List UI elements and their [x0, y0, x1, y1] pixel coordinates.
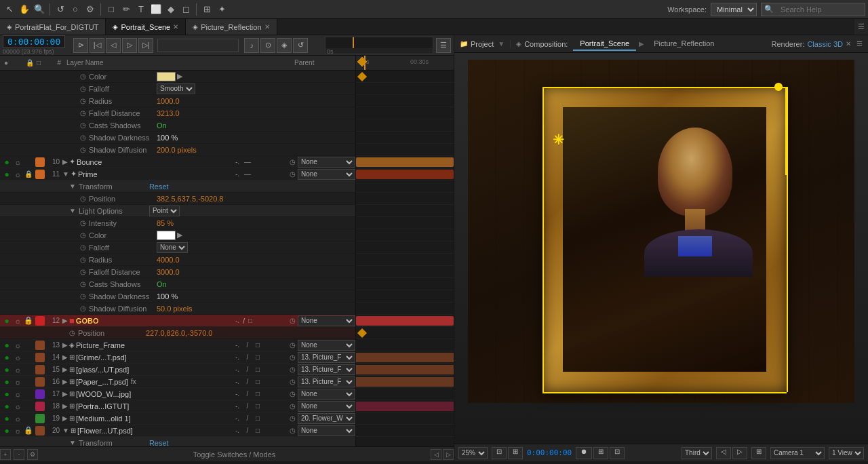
vis-prime[interactable]: ●: [1, 169, 12, 180]
next-frame[interactable]: ▷|: [138, 38, 153, 53]
bottom-timecode[interactable]: 0:00:00:00: [527, 448, 572, 457]
parent-17[interactable]: None: [298, 389, 355, 400]
expand-gobo[interactable]: ▶: [62, 317, 68, 324]
prime-parent[interactable]: None: [298, 169, 355, 180]
expand-bounce[interactable]: ▶: [62, 158, 68, 166]
search-layer[interactable]: [157, 39, 239, 52]
bounce-clock[interactable]: ◷: [287, 158, 298, 166]
orbit-tool[interactable]: ○: [68, 3, 82, 16]
toggle-switches-modes[interactable]: Toggle Switches / Modes: [193, 450, 276, 459]
c14-3[interactable]: □: [253, 353, 262, 362]
parent-20[interactable]: None: [298, 425, 355, 436]
casts-shadows-1-value[interactable]: On: [157, 121, 167, 130]
loop-icon[interactable]: ↺: [293, 38, 308, 53]
solo-18[interactable]: ☼: [12, 402, 23, 410]
settings-icon[interactable]: ⚙: [83, 3, 97, 16]
gpos-value[interactable]: 227.0,826.0,-3570.0: [146, 329, 212, 337]
tab-close[interactable]: ✕: [173, 23, 178, 31]
grid-layout-btn[interactable]: ⊞: [751, 447, 766, 459]
c16-3[interactable]: □: [253, 377, 262, 387]
c19-1[interactable]: -.: [233, 414, 242, 423]
clock-20[interactable]: ◷: [287, 427, 298, 434]
record-btn[interactable]: ⏺: [576, 447, 592, 459]
clock-13[interactable]: ◷: [287, 341, 298, 349]
c20-3[interactable]: □: [253, 426, 262, 436]
tab-portrait-scene[interactable]: ◈ Portrait_Scene ✕: [106, 19, 186, 35]
comp-close[interactable]: ✕: [846, 40, 851, 47]
comp-menu[interactable]: ☰: [856, 40, 863, 47]
c14-1[interactable]: -.: [233, 353, 242, 362]
clone-tool[interactable]: ◆: [164, 3, 178, 16]
prime-ctrl2[interactable]: —: [243, 170, 252, 179]
solo-17[interactable]: ☼: [12, 390, 23, 398]
vis-17[interactable]: ●: [1, 389, 12, 400]
r2-value[interactable]: 4000.0: [157, 256, 180, 264]
clock-17[interactable]: ◷: [287, 390, 298, 398]
play-controls[interactable]: ⊳: [73, 38, 88, 53]
parent-16[interactable]: 13. Picture_F: [298, 376, 355, 387]
pixel-aspect-btn[interactable]: ⊞: [508, 447, 523, 459]
parent-18[interactable]: None: [298, 401, 355, 412]
c17-3[interactable]: □: [253, 389, 262, 399]
c20-2[interactable]: /: [243, 426, 252, 436]
play-btn[interactable]: ▷: [122, 38, 137, 53]
project-tab[interactable]: Project: [471, 40, 494, 48]
zoom-select[interactable]: 25%: [458, 447, 488, 459]
vis-18[interactable]: ●: [1, 401, 12, 412]
tab-portraitflat[interactable]: ◈ PortraitFlat_For_DIGTUT: [0, 19, 106, 35]
expand-14[interactable]: ▶: [62, 353, 68, 361]
timeline-scrub[interactable]: 0s 00:30s: [325, 37, 433, 54]
gobo-parent[interactable]: None: [298, 315, 355, 326]
parent-14[interactable]: 13. Picture_F: [298, 352, 355, 363]
sd2-value[interactable]: 100 %: [157, 292, 178, 301]
prime-ctrl1[interactable]: -.: [233, 170, 242, 179]
text-tool[interactable]: T: [134, 3, 148, 16]
expand-transform[interactable]: ▼: [69, 182, 76, 190]
arrow-tool[interactable]: ↖: [3, 3, 16, 16]
cs2-value[interactable]: On: [157, 280, 167, 288]
first-frame[interactable]: |◁: [90, 38, 104, 53]
scroll-right-btn[interactable]: ▷: [443, 449, 454, 460]
c14-2[interactable]: /: [243, 353, 252, 362]
c15-3[interactable]: □: [253, 365, 262, 374]
fd2-value[interactable]: 3000.0: [157, 268, 180, 276]
timecode-display[interactable]: 0:00:00:00: [3, 35, 65, 48]
c16-1[interactable]: -.: [233, 377, 242, 387]
expand-13[interactable]: ▶: [62, 341, 68, 349]
rect-tool[interactable]: □: [104, 3, 118, 16]
c17-2[interactable]: /: [243, 389, 252, 399]
expand-prime[interactable]: ▼: [62, 170, 69, 178]
zoom-tool[interactable]: 🔍: [33, 3, 46, 16]
expand-15[interactable]: ▶: [62, 366, 68, 373]
selection-handle-top[interactable]: [774, 83, 783, 91]
vis-19[interactable]: ●: [1, 413, 12, 424]
next-view-btn[interactable]: ▷: [732, 447, 747, 459]
toggle-minus-btn[interactable]: -: [14, 449, 24, 460]
gobo-ctrl3[interactable]: □: [245, 316, 255, 326]
transform-reset[interactable]: Reset: [149, 182, 169, 191]
expand-18[interactable]: ▶: [62, 402, 68, 410]
expand-19[interactable]: ▶: [62, 414, 68, 422]
c17-1[interactable]: -.: [233, 389, 242, 399]
clock-15[interactable]: ◷: [287, 366, 298, 373]
vis-14[interactable]: ●: [1, 352, 12, 363]
shadow-diff-1-value[interactable]: 200.0 pixels: [157, 146, 197, 154]
vis-bounce[interactable]: ●: [1, 157, 12, 168]
c15-1[interactable]: -.: [233, 365, 242, 374]
expand-t20[interactable]: ▼: [69, 439, 76, 446]
solo-16[interactable]: ☼: [12, 378, 23, 386]
vis-20[interactable]: ●: [1, 425, 12, 436]
c20-1[interactable]: -.: [233, 426, 242, 436]
solo-bounce[interactable]: ☼: [12, 158, 23, 166]
comp-tab-arrow[interactable]: ▶: [639, 40, 644, 47]
prev-view-btn[interactable]: ◁: [716, 447, 731, 459]
bounce-ctrl2[interactable]: —: [243, 157, 252, 167]
t20-reset[interactable]: Reset: [149, 439, 169, 447]
rotate-tool[interactable]: ↺: [54, 3, 67, 16]
gobo-ctrl1[interactable]: -.: [233, 316, 242, 326]
solo-19[interactable]: ☼: [12, 414, 23, 423]
c18-2[interactable]: /: [243, 402, 252, 411]
expand-lo[interactable]: ▼: [69, 207, 76, 214]
hand-tool[interactable]: ✋: [18, 3, 31, 16]
sdf2-value[interactable]: 50.0 pixels: [157, 305, 193, 313]
